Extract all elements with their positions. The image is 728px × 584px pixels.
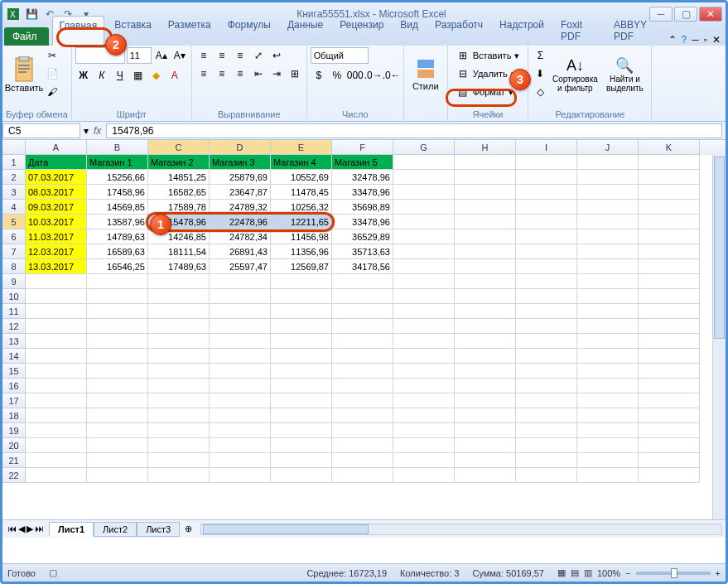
cell[interactable]: [455, 304, 516, 319]
cell[interactable]: [148, 438, 210, 453]
ribbon-tab-1[interactable]: Вставка: [108, 16, 158, 46]
cell[interactable]: [148, 274, 210, 289]
cell[interactable]: [26, 289, 87, 304]
fill-color-icon[interactable]: ◆: [148, 67, 165, 84]
cell[interactable]: 35713,63: [332, 244, 393, 259]
cell[interactable]: [455, 170, 516, 185]
row-header[interactable]: 12: [2, 319, 26, 334]
cell[interactable]: 17458,96: [87, 185, 148, 200]
zoom-level[interactable]: 100%: [597, 568, 620, 578]
copy-icon[interactable]: 📄: [44, 65, 60, 82]
column-header[interactable]: K: [639, 140, 700, 155]
cell[interactable]: [148, 334, 210, 349]
cell[interactable]: [577, 408, 639, 423]
cell[interactable]: [455, 185, 516, 200]
cell[interactable]: [455, 379, 516, 393]
row-header[interactable]: 11: [2, 304, 26, 319]
cell[interactable]: [148, 453, 210, 468]
cell[interactable]: [87, 423, 148, 438]
zoom-handle[interactable]: [671, 568, 677, 578]
cell[interactable]: [639, 349, 700, 364]
cell[interactable]: [639, 289, 700, 304]
cell[interactable]: [87, 438, 148, 453]
cell[interactable]: [516, 185, 577, 200]
cell[interactable]: 15256,66: [87, 170, 148, 185]
cell[interactable]: [393, 215, 455, 229]
cell[interactable]: [577, 364, 639, 379]
cell[interactable]: [26, 349, 87, 364]
cell[interactable]: [332, 319, 393, 334]
cell[interactable]: 16582,65: [148, 185, 210, 200]
view-normal-icon[interactable]: ▦: [557, 567, 566, 578]
cell[interactable]: [210, 364, 271, 379]
row-header[interactable]: 3: [2, 185, 26, 200]
cell[interactable]: [393, 274, 455, 289]
cell[interactable]: [26, 468, 87, 483]
cell[interactable]: [455, 274, 516, 289]
decrease-font-icon[interactable]: A▾: [171, 47, 188, 64]
cell[interactable]: [455, 393, 516, 408]
cell[interactable]: [516, 229, 577, 244]
cell[interactable]: [516, 438, 577, 453]
row-header[interactable]: 22: [2, 468, 26, 483]
ribbon-tab-7[interactable]: Разработч: [428, 16, 489, 46]
file-tab[interactable]: Файл: [4, 27, 49, 46]
cell[interactable]: 24789,32: [210, 200, 271, 215]
cell[interactable]: 14569,85: [87, 200, 148, 215]
cell[interactable]: [393, 468, 455, 483]
row-header[interactable]: 5: [2, 215, 26, 229]
increase-font-icon[interactable]: A▴: [153, 47, 170, 64]
column-header[interactable]: E: [271, 140, 332, 155]
cell[interactable]: [87, 319, 148, 334]
zoom-out-icon[interactable]: −: [625, 568, 630, 578]
column-header[interactable]: G: [393, 140, 455, 155]
cell[interactable]: [516, 334, 577, 349]
cell[interactable]: [87, 274, 148, 289]
row-header[interactable]: 9: [2, 274, 26, 289]
cell[interactable]: [577, 379, 639, 393]
cell[interactable]: [210, 408, 271, 423]
cell[interactable]: [26, 408, 87, 423]
cell[interactable]: [516, 423, 577, 438]
cell[interactable]: [516, 468, 577, 483]
vertical-scroll-thumb[interactable]: [714, 157, 725, 339]
cell[interactable]: [271, 334, 332, 349]
cell[interactable]: 16589,63: [87, 244, 148, 259]
first-sheet-icon[interactable]: ⏮: [7, 524, 17, 534]
align-middle-icon[interactable]: ≡: [214, 47, 230, 64]
cell[interactable]: [332, 364, 393, 379]
cell[interactable]: [455, 229, 516, 244]
ribbon-tab-5[interactable]: Рецензир: [333, 16, 390, 46]
row-header[interactable]: 7: [2, 244, 26, 259]
cell[interactable]: [516, 304, 577, 319]
align-right-icon[interactable]: ≡: [232, 65, 248, 82]
cell[interactable]: [271, 304, 332, 319]
ribbon-tab-4[interactable]: Данные: [281, 16, 330, 46]
cell[interactable]: [393, 185, 455, 200]
row-header[interactable]: 8: [2, 259, 26, 274]
cell[interactable]: [639, 170, 700, 185]
cell[interactable]: [516, 215, 577, 229]
clear-icon[interactable]: ◇: [532, 84, 548, 100]
cell[interactable]: [332, 289, 393, 304]
column-header[interactable]: H: [455, 140, 516, 155]
column-header[interactable]: A: [26, 140, 87, 155]
sort-filter-button[interactable]: A↓ Сортировка и фильтр: [550, 47, 600, 102]
cell[interactable]: [393, 200, 455, 215]
cell[interactable]: 33478,96: [332, 215, 393, 229]
percent-icon[interactable]: %: [329, 67, 345, 84]
column-header[interactable]: C: [148, 140, 210, 155]
cell[interactable]: [516, 364, 577, 379]
cell[interactable]: [455, 438, 516, 453]
workbook-restore-icon[interactable]: ▫: [704, 34, 707, 46]
cell[interactable]: [516, 274, 577, 289]
horizontal-scrollbar[interactable]: [200, 524, 722, 535]
cell[interactable]: Магазин 4: [271, 155, 332, 170]
cell[interactable]: [577, 349, 639, 364]
cell[interactable]: [393, 170, 455, 185]
view-layout-icon[interactable]: ▤: [571, 567, 579, 578]
cell[interactable]: [87, 393, 148, 408]
cell[interactable]: [639, 200, 700, 215]
ribbon-tab-8[interactable]: Надстрой: [493, 16, 551, 46]
cell[interactable]: [210, 289, 271, 304]
